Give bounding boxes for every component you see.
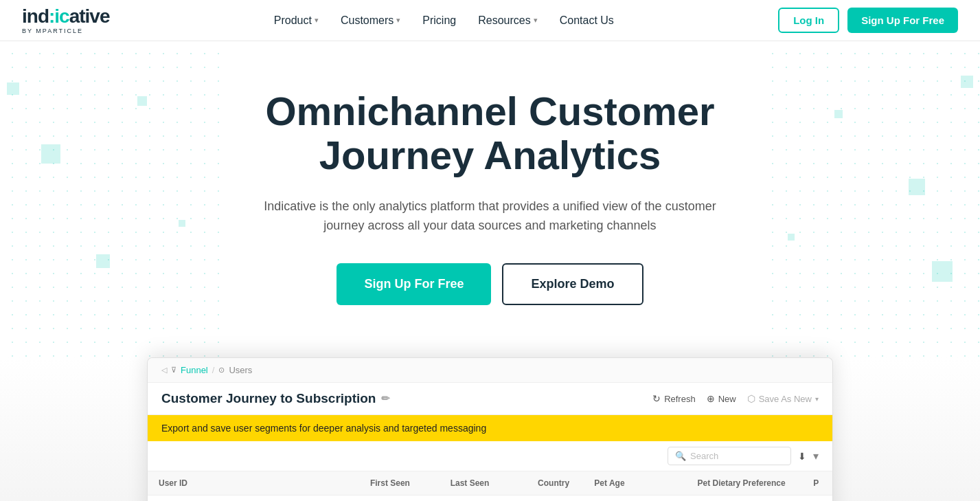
nav-resources[interactable]: Resources ▾ xyxy=(470,9,545,32)
demo-button[interactable]: Explore Demo xyxy=(502,263,643,305)
users-icon: ⊙ xyxy=(218,366,225,375)
hero-section: Omnichannel Customer Journey Analytics I… xyxy=(0,41,980,357)
save-icon: ⬡ xyxy=(747,393,755,404)
refresh-button[interactable]: ↻ Refresh xyxy=(652,393,696,404)
accent-sq xyxy=(961,76,973,88)
navbar: ind:icative BY MPARTICLE Product ▾ Custo… xyxy=(0,0,980,41)
nav-contact[interactable]: Contact Us xyxy=(551,9,622,32)
cell-first-seen: 3 months ago xyxy=(359,496,440,502)
hero-buttons: Sign Up For Free Explore Demo xyxy=(14,263,966,305)
cell-p: N xyxy=(802,496,832,502)
col-user-id: User ID xyxy=(148,471,359,496)
breadcrumb: ◁ ⊽ Funnel / ⊙ Users xyxy=(148,358,832,383)
signup-nav-button[interactable]: Sign Up For Free xyxy=(847,8,958,33)
download-button[interactable]: ⬇ xyxy=(798,451,806,462)
col-first-seen: First Seen xyxy=(359,471,440,496)
cell-country: US xyxy=(527,496,583,502)
logo[interactable]: ind:icative BY MPARTICLE xyxy=(22,7,110,34)
table-toolbar: 🔍 Search ⬇ ▾ xyxy=(148,441,832,471)
save-as-new-button[interactable]: ⬡ Save As New ▾ xyxy=(747,393,819,404)
table-header-row: User ID First Seen Last Seen Country Pet… xyxy=(148,471,832,496)
login-button[interactable]: Log In xyxy=(778,8,839,33)
expand-icon[interactable]: ▾ xyxy=(813,449,819,463)
dashboard-title-bar: Customer Journey to Subscription ✏ ↻ Ref… xyxy=(148,383,832,415)
nav-pricing[interactable]: Pricing xyxy=(414,9,464,32)
dashboard-preview: ◁ ⊽ Funnel / ⊙ Users Customer Journey to… xyxy=(147,357,833,501)
nav-customers[interactable]: Customers ▾ xyxy=(332,9,409,32)
refresh-icon: ↻ xyxy=(652,393,661,404)
cell-user-id: 00019cba-2f85-4c34-b14c-b36dad02365b xyxy=(148,496,359,502)
chevron-down-icon: ▾ xyxy=(815,395,819,403)
col-pet-age: Pet Age xyxy=(583,471,686,496)
logo-subtitle: BY MPARTICLE xyxy=(22,27,83,34)
chevron-down-icon: ▾ xyxy=(315,16,319,25)
filter-icon: ⊽ xyxy=(171,366,176,375)
breadcrumb-funnel[interactable]: Funnel xyxy=(181,365,208,375)
new-button[interactable]: ⊕ New xyxy=(707,393,736,404)
cell-dietary: None xyxy=(687,496,803,502)
col-p: P xyxy=(802,471,832,496)
nav-product[interactable]: Product ▾ xyxy=(266,9,327,32)
logo-text: ind:icative xyxy=(22,7,110,26)
download-icon: ⬇ xyxy=(798,451,806,462)
export-banner: Export and save user segments for deeper… xyxy=(148,415,832,441)
table-row[interactable]: 00019cba-2f85-4c34-b14c-b36dad02365b 3 m… xyxy=(148,496,832,502)
col-dietary: Pet Dietary Preference xyxy=(687,471,803,496)
chevron-down-icon: ▾ xyxy=(534,16,538,25)
col-country: Country xyxy=(527,471,583,496)
hero-title: Omnichannel Customer Journey Analytics xyxy=(250,89,731,177)
data-table: User ID First Seen Last Seen Country Pet… xyxy=(148,471,832,501)
hero-subtitle: Indicative is the only analytics platfor… xyxy=(257,197,724,236)
nav-links: Product ▾ Customers ▾ Pricing Resources … xyxy=(266,9,622,32)
nav-actions: Log In Sign Up For Free xyxy=(778,8,958,33)
dashboard-title: Customer Journey to Subscription ✏ xyxy=(161,391,390,406)
cell-pet-age: Prime (3-6 years) xyxy=(583,496,686,502)
back-icon: ◁ xyxy=(161,366,167,375)
col-last-seen: Last Seen xyxy=(440,471,527,496)
edit-icon[interactable]: ✏ xyxy=(381,392,390,405)
signup-hero-button[interactable]: Sign Up For Free xyxy=(337,263,491,305)
cell-last-seen: a month ago xyxy=(440,496,527,502)
dashboard-actions: ↻ Refresh ⊕ New ⬡ Save As New ▾ xyxy=(652,393,819,404)
hero-content: Omnichannel Customer Journey Analytics I… xyxy=(14,89,966,305)
plus-circle-icon: ⊕ xyxy=(707,393,715,404)
breadcrumb-users[interactable]: Users xyxy=(229,365,252,375)
chevron-down-icon: ▾ xyxy=(396,16,400,25)
search-icon: 🔍 xyxy=(675,451,686,461)
search-input[interactable]: 🔍 Search xyxy=(668,447,791,465)
